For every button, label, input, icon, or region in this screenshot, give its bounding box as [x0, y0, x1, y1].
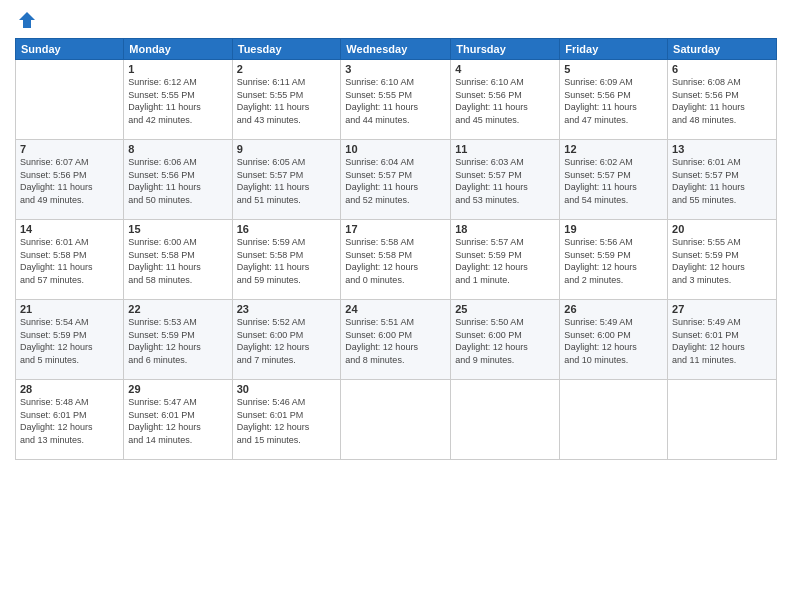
- calendar-header-row: Sunday Monday Tuesday Wednesday Thursday…: [16, 39, 777, 60]
- calendar-week-row: 7 Sunrise: 6:07 AMSunset: 5:56 PMDayligh…: [16, 140, 777, 220]
- day-info: Sunrise: 5:49 AMSunset: 6:01 PMDaylight:…: [672, 317, 745, 365]
- page: Sunday Monday Tuesday Wednesday Thursday…: [0, 0, 792, 612]
- day-number: 15: [128, 223, 227, 235]
- day-info: Sunrise: 6:09 AMSunset: 5:56 PMDaylight:…: [564, 77, 637, 125]
- day-number: 20: [672, 223, 772, 235]
- header-monday: Monday: [124, 39, 232, 60]
- calendar-cell: 26 Sunrise: 5:49 AMSunset: 6:00 PMDaylig…: [560, 300, 668, 380]
- header-wednesday: Wednesday: [341, 39, 451, 60]
- day-number: 16: [237, 223, 337, 235]
- logo: [15, 10, 37, 30]
- calendar-cell: [341, 380, 451, 460]
- day-number: 29: [128, 383, 227, 395]
- calendar-cell: 15 Sunrise: 6:00 AMSunset: 5:58 PMDaylig…: [124, 220, 232, 300]
- header-thursday: Thursday: [451, 39, 560, 60]
- day-number: 8: [128, 143, 227, 155]
- calendar-cell: 22 Sunrise: 5:53 AMSunset: 5:59 PMDaylig…: [124, 300, 232, 380]
- day-info: Sunrise: 5:55 AMSunset: 5:59 PMDaylight:…: [672, 237, 745, 285]
- calendar-cell: 4 Sunrise: 6:10 AMSunset: 5:56 PMDayligh…: [451, 60, 560, 140]
- day-info: Sunrise: 6:00 AMSunset: 5:58 PMDaylight:…: [128, 237, 201, 285]
- day-number: 1: [128, 63, 227, 75]
- calendar-week-row: 14 Sunrise: 6:01 AMSunset: 5:58 PMDaylig…: [16, 220, 777, 300]
- day-number: 18: [455, 223, 555, 235]
- calendar-cell: 29 Sunrise: 5:47 AMSunset: 6:01 PMDaylig…: [124, 380, 232, 460]
- day-info: Sunrise: 5:58 AMSunset: 5:58 PMDaylight:…: [345, 237, 418, 285]
- day-number: 2: [237, 63, 337, 75]
- day-number: 30: [237, 383, 337, 395]
- day-info: Sunrise: 5:59 AMSunset: 5:58 PMDaylight:…: [237, 237, 310, 285]
- day-info: Sunrise: 5:54 AMSunset: 5:59 PMDaylight:…: [20, 317, 93, 365]
- calendar-cell: [16, 60, 124, 140]
- calendar-cell: 23 Sunrise: 5:52 AMSunset: 6:00 PMDaylig…: [232, 300, 341, 380]
- calendar-table: Sunday Monday Tuesday Wednesday Thursday…: [15, 38, 777, 460]
- header: [15, 10, 777, 30]
- calendar-cell: 1 Sunrise: 6:12 AMSunset: 5:55 PMDayligh…: [124, 60, 232, 140]
- day-number: 3: [345, 63, 446, 75]
- day-number: 7: [20, 143, 119, 155]
- calendar-cell: 6 Sunrise: 6:08 AMSunset: 5:56 PMDayligh…: [668, 60, 777, 140]
- svg-marker-0: [19, 12, 35, 28]
- calendar-cell: 20 Sunrise: 5:55 AMSunset: 5:59 PMDaylig…: [668, 220, 777, 300]
- calendar-cell: 25 Sunrise: 5:50 AMSunset: 6:00 PMDaylig…: [451, 300, 560, 380]
- day-number: 6: [672, 63, 772, 75]
- day-number: 13: [672, 143, 772, 155]
- day-info: Sunrise: 6:12 AMSunset: 5:55 PMDaylight:…: [128, 77, 201, 125]
- day-number: 22: [128, 303, 227, 315]
- header-sunday: Sunday: [16, 39, 124, 60]
- day-info: Sunrise: 6:11 AMSunset: 5:55 PMDaylight:…: [237, 77, 310, 125]
- day-number: 9: [237, 143, 337, 155]
- calendar-week-row: 1 Sunrise: 6:12 AMSunset: 5:55 PMDayligh…: [16, 60, 777, 140]
- day-number: 10: [345, 143, 446, 155]
- day-number: 5: [564, 63, 663, 75]
- day-info: Sunrise: 6:07 AMSunset: 5:56 PMDaylight:…: [20, 157, 93, 205]
- header-friday: Friday: [560, 39, 668, 60]
- calendar-cell: 17 Sunrise: 5:58 AMSunset: 5:58 PMDaylig…: [341, 220, 451, 300]
- day-info: Sunrise: 5:56 AMSunset: 5:59 PMDaylight:…: [564, 237, 637, 285]
- logo-icon: [17, 10, 37, 30]
- calendar-cell: 30 Sunrise: 5:46 AMSunset: 6:01 PMDaylig…: [232, 380, 341, 460]
- day-info: Sunrise: 5:51 AMSunset: 6:00 PMDaylight:…: [345, 317, 418, 365]
- calendar-cell: 8 Sunrise: 6:06 AMSunset: 5:56 PMDayligh…: [124, 140, 232, 220]
- day-info: Sunrise: 6:02 AMSunset: 5:57 PMDaylight:…: [564, 157, 637, 205]
- day-number: 11: [455, 143, 555, 155]
- day-number: 25: [455, 303, 555, 315]
- day-info: Sunrise: 5:47 AMSunset: 6:01 PMDaylight:…: [128, 397, 201, 445]
- calendar-cell: 12 Sunrise: 6:02 AMSunset: 5:57 PMDaylig…: [560, 140, 668, 220]
- day-number: 28: [20, 383, 119, 395]
- day-info: Sunrise: 5:46 AMSunset: 6:01 PMDaylight:…: [237, 397, 310, 445]
- day-info: Sunrise: 6:03 AMSunset: 5:57 PMDaylight:…: [455, 157, 528, 205]
- day-number: 24: [345, 303, 446, 315]
- calendar-cell: 3 Sunrise: 6:10 AMSunset: 5:55 PMDayligh…: [341, 60, 451, 140]
- calendar-cell: 18 Sunrise: 5:57 AMSunset: 5:59 PMDaylig…: [451, 220, 560, 300]
- day-number: 12: [564, 143, 663, 155]
- calendar-cell: 21 Sunrise: 5:54 AMSunset: 5:59 PMDaylig…: [16, 300, 124, 380]
- day-info: Sunrise: 5:48 AMSunset: 6:01 PMDaylight:…: [20, 397, 93, 445]
- day-info: Sunrise: 6:01 AMSunset: 5:58 PMDaylight:…: [20, 237, 93, 285]
- calendar-cell: 11 Sunrise: 6:03 AMSunset: 5:57 PMDaylig…: [451, 140, 560, 220]
- calendar-cell: 5 Sunrise: 6:09 AMSunset: 5:56 PMDayligh…: [560, 60, 668, 140]
- day-info: Sunrise: 5:50 AMSunset: 6:00 PMDaylight:…: [455, 317, 528, 365]
- header-saturday: Saturday: [668, 39, 777, 60]
- calendar-cell: 2 Sunrise: 6:11 AMSunset: 5:55 PMDayligh…: [232, 60, 341, 140]
- day-number: 21: [20, 303, 119, 315]
- day-number: 14: [20, 223, 119, 235]
- day-info: Sunrise: 5:57 AMSunset: 5:59 PMDaylight:…: [455, 237, 528, 285]
- day-info: Sunrise: 6:10 AMSunset: 5:56 PMDaylight:…: [455, 77, 528, 125]
- calendar-cell: 27 Sunrise: 5:49 AMSunset: 6:01 PMDaylig…: [668, 300, 777, 380]
- day-info: Sunrise: 6:04 AMSunset: 5:57 PMDaylight:…: [345, 157, 418, 205]
- calendar-week-row: 21 Sunrise: 5:54 AMSunset: 5:59 PMDaylig…: [16, 300, 777, 380]
- day-info: Sunrise: 5:52 AMSunset: 6:00 PMDaylight:…: [237, 317, 310, 365]
- calendar-cell: 13 Sunrise: 6:01 AMSunset: 5:57 PMDaylig…: [668, 140, 777, 220]
- calendar-week-row: 28 Sunrise: 5:48 AMSunset: 6:01 PMDaylig…: [16, 380, 777, 460]
- calendar-cell: 10 Sunrise: 6:04 AMSunset: 5:57 PMDaylig…: [341, 140, 451, 220]
- calendar-cell: 28 Sunrise: 5:48 AMSunset: 6:01 PMDaylig…: [16, 380, 124, 460]
- day-info: Sunrise: 6:06 AMSunset: 5:56 PMDaylight:…: [128, 157, 201, 205]
- day-info: Sunrise: 6:01 AMSunset: 5:57 PMDaylight:…: [672, 157, 745, 205]
- day-number: 27: [672, 303, 772, 315]
- day-number: 23: [237, 303, 337, 315]
- calendar-cell: 24 Sunrise: 5:51 AMSunset: 6:00 PMDaylig…: [341, 300, 451, 380]
- day-number: 4: [455, 63, 555, 75]
- day-number: 17: [345, 223, 446, 235]
- day-info: Sunrise: 5:53 AMSunset: 5:59 PMDaylight:…: [128, 317, 201, 365]
- day-number: 26: [564, 303, 663, 315]
